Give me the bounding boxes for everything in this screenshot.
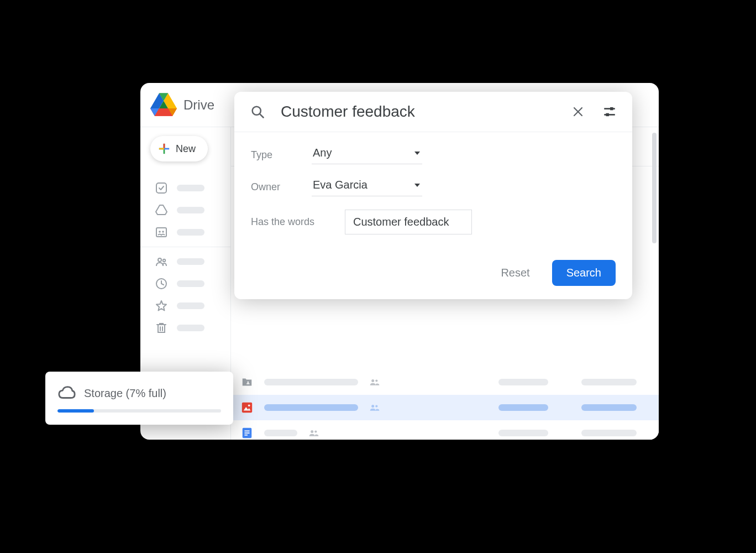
svg-rect-4: [156, 183, 166, 193]
svg-point-23: [314, 430, 317, 432]
nav-placeholder: [177, 229, 204, 236]
file-name-placeholder: [264, 404, 358, 411]
owner-placeholder: [498, 379, 548, 385]
clock-icon: [155, 277, 168, 290]
people-icon: [369, 404, 380, 411]
svg-point-11: [247, 382, 249, 383]
svg-point-7: [162, 231, 164, 233]
filter-haswords-input[interactable]: [345, 210, 472, 234]
new-button[interactable]: New: [150, 136, 208, 161]
caret-down-icon: [414, 184, 420, 187]
svg-rect-19: [244, 430, 249, 431]
nav-placeholder: [177, 280, 204, 287]
plus-icon: [158, 143, 170, 155]
sidebar-item-mydrive[interactable]: [140, 199, 230, 221]
reset-button[interactable]: Reset: [501, 267, 529, 279]
filter-haswords-label: Has the words: [251, 216, 345, 228]
svg-rect-31: [606, 113, 609, 116]
svg-point-12: [371, 379, 374, 382]
search-button[interactable]: Search: [552, 260, 616, 286]
storage-bar-fill: [57, 409, 94, 413]
people-icon: [369, 378, 380, 386]
app-title: Drive: [183, 97, 214, 113]
shared-drives-icon: [155, 226, 168, 239]
folder-shared-icon: [241, 376, 253, 388]
search-bar: [234, 92, 632, 132]
filter-owner-label: Owner: [251, 181, 312, 193]
people-icon: [155, 255, 168, 268]
nav-group-2: [140, 247, 230, 342]
svg-line-25: [260, 114, 263, 117]
nav-placeholder: [177, 258, 204, 265]
check-badge-icon: [155, 181, 168, 195]
svg-point-9: [163, 259, 165, 262]
owner-placeholder: [498, 430, 548, 436]
file-row-doc[interactable]: [231, 420, 659, 440]
date-placeholder: [581, 379, 637, 385]
image-file-icon: [241, 401, 253, 414]
svg-point-6: [159, 231, 161, 233]
owner-placeholder: [498, 404, 548, 411]
drive-icon: [155, 204, 168, 217]
file-name-placeholder: [264, 430, 297, 436]
drive-logo-icon: [150, 92, 177, 118]
docs-file-icon: [241, 427, 253, 439]
sidebar-item-shareddrives[interactable]: [140, 221, 230, 243]
svg-point-13: [375, 379, 377, 382]
sidebar-item-trash[interactable]: [140, 317, 230, 339]
svg-rect-3: [159, 148, 164, 150]
scrollbar[interactable]: [652, 133, 657, 243]
nav-placeholder: [177, 325, 204, 331]
svg-rect-14: [242, 403, 252, 413]
search-filters: Type Any Owner Eva Garcia Has the words: [234, 132, 632, 252]
date-placeholder: [581, 430, 637, 436]
file-row-image[interactable]: [231, 395, 659, 420]
people-icon: [308, 429, 319, 437]
storage-label: Storage (7% full): [84, 387, 166, 400]
cloud-icon: [57, 384, 76, 403]
svg-rect-21: [244, 435, 248, 436]
caret-down-icon: [414, 152, 420, 155]
nav-group-1: [140, 174, 230, 247]
filter-owner-dropdown[interactable]: Eva Garcia: [312, 178, 422, 196]
date-placeholder: [581, 404, 637, 411]
filter-haswords-row: Has the words: [251, 210, 616, 234]
trash-icon: [155, 321, 168, 335]
storage-header: Storage (7% full): [57, 384, 221, 403]
sidebar-item-shared[interactable]: [140, 251, 230, 273]
sidebar-item-starred[interactable]: [140, 295, 230, 317]
svg-rect-29: [610, 107, 613, 110]
filter-type-value: Any: [313, 147, 332, 159]
sidebar-item-priority[interactable]: [140, 177, 230, 199]
search-icon[interactable]: [248, 102, 267, 122]
filter-owner-row: Owner Eva Garcia: [251, 178, 616, 196]
search-options-icon[interactable]: [600, 102, 619, 121]
clear-search-icon[interactable]: [569, 103, 587, 121]
file-list: [231, 369, 659, 440]
storage-bar: [57, 409, 221, 413]
file-name-placeholder: [264, 379, 358, 385]
filter-type-label: Type: [251, 149, 312, 161]
svg-point-15: [248, 405, 250, 407]
filter-owner-value: Eva Garcia: [313, 179, 368, 191]
search-panel: Type Any Owner Eva Garcia Has the words …: [234, 92, 632, 299]
nav-placeholder: [177, 302, 204, 309]
svg-point-22: [311, 430, 313, 433]
new-button-label: New: [176, 143, 196, 155]
search-input[interactable]: [281, 103, 556, 121]
nav-placeholder: [177, 207, 204, 213]
storage-card[interactable]: Storage (7% full): [45, 372, 233, 425]
svg-point-16: [371, 405, 374, 408]
file-row-folder[interactable]: [231, 369, 659, 395]
search-panel-actions: Reset Search: [234, 252, 632, 299]
svg-point-8: [158, 258, 161, 262]
filter-type-row: Type Any: [251, 145, 616, 164]
svg-point-17: [375, 405, 377, 407]
filter-type-dropdown[interactable]: Any: [312, 145, 422, 164]
sidebar-item-recent[interactable]: [140, 273, 230, 295]
svg-rect-20: [244, 432, 249, 434]
nav-placeholder: [177, 185, 204, 191]
star-icon: [155, 299, 168, 312]
